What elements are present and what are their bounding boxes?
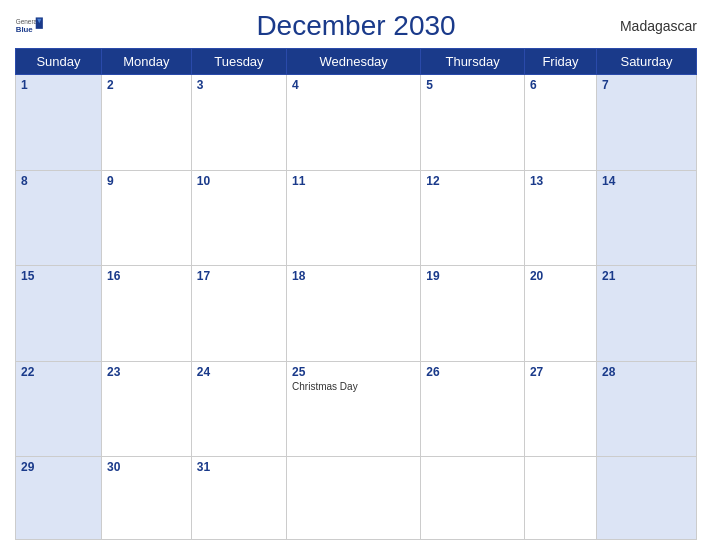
date-number: 10 [197, 174, 281, 188]
calendar-cell: 7 [596, 75, 696, 171]
calendar-cell: 22 [16, 361, 102, 457]
day-monday: Monday [102, 49, 192, 75]
date-number: 3 [197, 78, 281, 92]
calendar-cell: 1 [16, 75, 102, 171]
country-label: Madagascar [620, 18, 697, 34]
day-wednesday: Wednesday [287, 49, 421, 75]
calendar-cell: 24 [191, 361, 286, 457]
week-row: 293031 [16, 457, 697, 540]
calendar-cell: 11 [287, 170, 421, 266]
calendar-cell: 27 [524, 361, 596, 457]
calendar-cell: 26 [421, 361, 525, 457]
date-number: 5 [426, 78, 519, 92]
calendar-cell: 6 [524, 75, 596, 171]
date-number: 20 [530, 269, 591, 283]
date-number: 16 [107, 269, 186, 283]
calendar-cell: 30 [102, 457, 192, 540]
calendar-cell: 3 [191, 75, 286, 171]
calendar-cell: 5 [421, 75, 525, 171]
svg-text:General: General [16, 18, 39, 25]
calendar-cell: 23 [102, 361, 192, 457]
calendar-table: Sunday Monday Tuesday Wednesday Thursday… [15, 48, 697, 540]
calendar-cell: 10 [191, 170, 286, 266]
date-number: 7 [602, 78, 691, 92]
day-saturday: Saturday [596, 49, 696, 75]
week-row: 22232425Christmas Day262728 [16, 361, 697, 457]
date-number: 25 [292, 365, 415, 379]
date-number: 30 [107, 460, 186, 474]
date-number: 6 [530, 78, 591, 92]
calendar-cell: 9 [102, 170, 192, 266]
date-number: 29 [21, 460, 96, 474]
date-number: 28 [602, 365, 691, 379]
calendar-cell: 20 [524, 266, 596, 362]
calendar-cell: 12 [421, 170, 525, 266]
date-number: 8 [21, 174, 96, 188]
date-number: 26 [426, 365, 519, 379]
calendar-cell: 16 [102, 266, 192, 362]
calendar-cell: 18 [287, 266, 421, 362]
calendar-cell: 13 [524, 170, 596, 266]
date-number: 22 [21, 365, 96, 379]
event-label: Christmas Day [292, 381, 415, 392]
week-row: 1234567 [16, 75, 697, 171]
calendar-cell: 28 [596, 361, 696, 457]
calendar-cell [287, 457, 421, 540]
date-number: 14 [602, 174, 691, 188]
calendar-cell: 29 [16, 457, 102, 540]
date-number: 23 [107, 365, 186, 379]
day-thursday: Thursday [421, 49, 525, 75]
day-tuesday: Tuesday [191, 49, 286, 75]
calendar-cell: 17 [191, 266, 286, 362]
logo-icon: General Blue [15, 16, 45, 36]
week-row: 15161718192021 [16, 266, 697, 362]
calendar-cell [596, 457, 696, 540]
date-number: 11 [292, 174, 415, 188]
calendar-cell: 2 [102, 75, 192, 171]
day-friday: Friday [524, 49, 596, 75]
date-number: 15 [21, 269, 96, 283]
date-number: 1 [21, 78, 96, 92]
calendar-cell [421, 457, 525, 540]
calendar-cell: 15 [16, 266, 102, 362]
days-header-row: Sunday Monday Tuesday Wednesday Thursday… [16, 49, 697, 75]
page-title: December 2030 [256, 10, 455, 42]
calendar-cell [524, 457, 596, 540]
date-number: 9 [107, 174, 186, 188]
date-number: 2 [107, 78, 186, 92]
week-row: 891011121314 [16, 170, 697, 266]
calendar-cell: 8 [16, 170, 102, 266]
calendar-cell: 21 [596, 266, 696, 362]
calendar-header: General Blue December 2030 Madagascar [15, 10, 697, 42]
date-number: 12 [426, 174, 519, 188]
date-number: 17 [197, 269, 281, 283]
day-sunday: Sunday [16, 49, 102, 75]
date-number: 19 [426, 269, 519, 283]
calendar-cell: 4 [287, 75, 421, 171]
logo: General Blue [15, 16, 45, 36]
date-number: 24 [197, 365, 281, 379]
date-number: 13 [530, 174, 591, 188]
date-number: 18 [292, 269, 415, 283]
date-number: 4 [292, 78, 415, 92]
svg-text:Blue: Blue [16, 25, 34, 34]
date-number: 31 [197, 460, 281, 474]
calendar-cell: 14 [596, 170, 696, 266]
calendar-cell: 31 [191, 457, 286, 540]
calendar-cell: 25Christmas Day [287, 361, 421, 457]
calendar-cell: 19 [421, 266, 525, 362]
date-number: 27 [530, 365, 591, 379]
date-number: 21 [602, 269, 691, 283]
